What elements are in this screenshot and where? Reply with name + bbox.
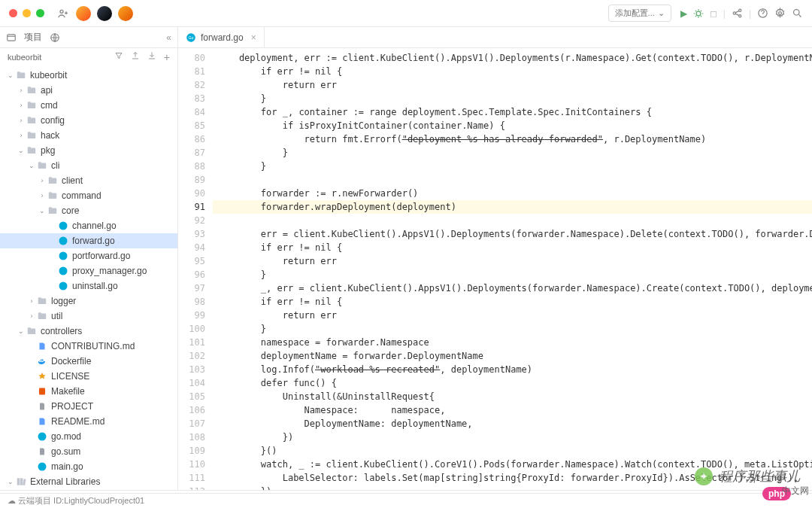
file-icon — [26, 100, 38, 111]
project-tool-icon[interactable] — [6, 32, 17, 43]
file-icon — [47, 190, 59, 201]
tree-node[interactable]: ⌄core — [0, 203, 177, 218]
avatar-3[interactable] — [118, 6, 133, 21]
chevron-icon[interactable]: ⌄ — [17, 147, 26, 154]
code-editor[interactable]: 8081828384858687888990919293949596979899… — [178, 48, 812, 490]
file-icon — [57, 251, 69, 260]
file-icon — [26, 326, 38, 336]
file-icon — [26, 85, 38, 96]
tree-node[interactable]: ›config — [0, 113, 177, 128]
tree-label: controllers — [41, 326, 82, 336]
share-icon[interactable] — [732, 8, 743, 19]
tree-node[interactable]: ›cmd — [0, 98, 177, 113]
chevron-icon[interactable]: › — [17, 87, 26, 94]
help-icon[interactable] — [757, 8, 768, 19]
close-tab-icon[interactable]: × — [251, 32, 256, 43]
settings-gear-icon[interactable] — [774, 8, 786, 19]
run-icon[interactable]: ▶ — [680, 8, 687, 19]
project-sidebar: kubeorbit + ⌄kubeorbit›api›cmd›config›ha… — [0, 48, 178, 490]
tree-label: Makefile — [51, 386, 85, 397]
tree-node[interactable]: uninstall.go — [0, 278, 177, 294]
run-config-dropdown[interactable]: 添加配置... ⌄ — [608, 5, 671, 22]
tree-node[interactable]: go.sum — [0, 444, 177, 459]
tree-node[interactable]: ⌄cli — [0, 158, 177, 173]
wechat-icon: ✦ — [695, 467, 713, 485]
tree-node[interactable]: Go 1.18 — [0, 489, 177, 490]
tree-node[interactable]: ›api — [0, 83, 177, 98]
file-icon — [36, 432, 48, 441]
minimize-window[interactable] — [23, 9, 31, 17]
tree-label: proxy_manager.go — [72, 266, 147, 276]
collapse-sidebar-icon[interactable]: « — [166, 32, 171, 43]
chevron-icon[interactable]: ⌄ — [6, 71, 15, 79]
tree-node[interactable]: ⌄kubeorbit — [0, 68, 177, 83]
tree-node[interactable]: forward.go — [0, 233, 177, 248]
search-icon[interactable] — [792, 8, 803, 19]
download-icon[interactable] — [147, 51, 156, 63]
svg-point-14 — [59, 252, 68, 260]
tree-node[interactable]: go.mod — [0, 429, 177, 444]
file-icon — [36, 402, 48, 411]
svg-rect-21 — [20, 478, 23, 485]
chevron-icon[interactable]: ⌄ — [17, 327, 26, 335]
tree-node[interactable]: ›util — [0, 309, 177, 324]
editor-tab-forward[interactable]: Go forward.go × — [178, 27, 265, 47]
tree-node[interactable]: ›hack — [0, 128, 177, 143]
tree-node[interactable]: ⌄pkg — [0, 143, 177, 158]
tree-label: README.md — [51, 416, 105, 427]
debug-icon[interactable] — [693, 8, 704, 19]
tree-node[interactable]: proxy_manager.go — [0, 263, 177, 278]
chevron-icon[interactable]: › — [38, 192, 47, 199]
tree-label: pkg — [41, 145, 55, 156]
tree-label: forward.go — [72, 236, 115, 246]
chevron-icon[interactable]: ⌄ — [38, 207, 47, 214]
tree-node[interactable]: ›logger — [0, 294, 177, 309]
chevron-icon[interactable]: › — [17, 132, 26, 139]
breadcrumb-root[interactable]: kubeorbit — [8, 53, 41, 62]
file-tree[interactable]: ⌄kubeorbit›api›cmd›config›hack⌄pkg⌄cli›c… — [0, 66, 177, 490]
tree-node[interactable]: ⌄controllers — [0, 324, 177, 339]
tree-node[interactable]: ⌄External Libraries — [0, 474, 177, 489]
tree-node[interactable]: README.md — [0, 414, 177, 429]
chevron-icon[interactable]: ⌄ — [6, 478, 15, 485]
maximize-window[interactable] — [36, 9, 44, 17]
avatar-1[interactable] — [76, 6, 91, 21]
tree-label: core — [62, 205, 79, 216]
tree-node[interactable]: ›command — [0, 188, 177, 203]
chevron-icon[interactable]: › — [27, 312, 36, 320]
chevron-icon[interactable]: › — [38, 177, 47, 184]
svg-point-0 — [60, 10, 63, 13]
tree-node[interactable]: CONTRIBUTING.md — [0, 339, 177, 354]
project-label: 项目 — [24, 31, 42, 44]
tree-node[interactable]: PROJECT — [0, 399, 177, 414]
tree-label: channel.go — [72, 221, 117, 231]
tree-node[interactable]: portforward.go — [0, 248, 177, 263]
tree-node[interactable]: main.go — [0, 459, 177, 474]
stop-icon[interactable]: ◻ — [710, 8, 717, 19]
chevron-icon[interactable]: › — [17, 117, 26, 124]
tree-node[interactable]: ›client — [0, 173, 177, 188]
tree-label: api — [41, 85, 53, 96]
tree-node[interactable]: channel.go — [0, 218, 177, 233]
svg-point-6 — [779, 12, 782, 15]
upload-icon[interactable] — [131, 51, 140, 63]
chevron-icon[interactable]: › — [27, 297, 36, 305]
close-window[interactable] — [9, 9, 17, 17]
add-icon[interactable]: + — [164, 51, 170, 63]
tree-node[interactable]: Makefile — [0, 384, 177, 399]
file-icon — [15, 476, 27, 487]
file-icon — [36, 357, 48, 366]
filter-icon[interactable] — [114, 51, 123, 63]
svg-point-16 — [59, 282, 68, 291]
svg-rect-17 — [39, 388, 45, 395]
code-area[interactable]: deployment, err := client.KubeClient().A… — [213, 48, 812, 490]
chevron-icon[interactable]: › — [17, 102, 26, 109]
web-icon[interactable] — [50, 32, 60, 43]
chevron-icon[interactable]: ⌄ — [27, 162, 36, 169]
tree-node[interactable]: LICENSE — [0, 369, 177, 384]
avatar-2[interactable] — [97, 6, 112, 21]
file-icon — [36, 342, 48, 351]
file-icon — [15, 70, 27, 81]
tree-node[interactable]: Dockerfile — [0, 354, 177, 369]
add-user-icon[interactable] — [56, 7, 70, 20]
